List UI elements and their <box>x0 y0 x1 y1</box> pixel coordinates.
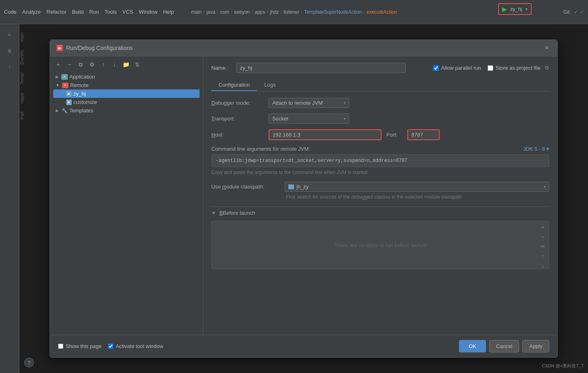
no-tasks-label: There are no tasks to run before launch <box>334 242 426 248</box>
watermark: CSDN @<黑科技T_T <box>542 363 584 369</box>
main-content: main DocWo Templ nager impl ▶ Run/Debug … <box>19 24 588 373</box>
tree-zy-hj-label: zy_hj <box>73 91 85 97</box>
menu-analyze[interactable]: Analyze <box>22 9 41 15</box>
debugger-mode-select[interactable]: Attach to remote JVM ▾ <box>269 98 349 108</box>
sort-config-button[interactable]: ⇅ <box>132 60 142 69</box>
remove-config-button[interactable]: − <box>65 60 74 69</box>
activate-tool-check[interactable] <box>108 344 113 349</box>
store-project-checkbox[interactable]: Store as project file ⚙ <box>488 65 549 71</box>
name-input[interactable] <box>236 63 406 73</box>
folder-config-button[interactable]: 📁 <box>121 60 131 69</box>
sidebar-icon-2[interactable]: ⊞ <box>3 44 16 57</box>
module-select[interactable]: jh_zy ▾ <box>285 182 549 192</box>
menu-bar: Code Analyze Refactor Build Run Tools VC… <box>4 9 174 15</box>
tree-remote[interactable]: ▼ R Remote <box>53 81 200 89</box>
host-port-row: Host: Port: <box>211 129 549 140</box>
top-bar: Code Analyze Refactor Build Run Tools VC… <box>0 0 588 24</box>
menu-help[interactable]: Help <box>163 9 174 15</box>
port-input[interactable] <box>407 129 440 140</box>
run-config-dropdown[interactable]: ▾ <box>525 7 528 11</box>
menu-refactor[interactable]: Refactor <box>46 9 66 15</box>
debugger-mode-row: Debugger mode: Attach to remote JVM ▾ <box>211 98 549 108</box>
tab-logs[interactable]: Logs <box>257 79 283 91</box>
cmdline-label: Command line arguments for remote JVM: <box>211 146 310 152</box>
help-button[interactable]: ? <box>24 358 34 367</box>
debugger-mode-value: Attach to remote JVM <box>272 100 323 106</box>
before-launch-collapse[interactable]: ▼ <box>211 210 216 216</box>
tree-arrow-application: ▶ <box>56 75 59 79</box>
store-project-check[interactable] <box>488 65 493 71</box>
apply-button[interactable]: Apply <box>522 340 549 352</box>
bl-add-btn[interactable]: + <box>538 223 547 232</box>
run-debug-dialog: ▶ Run/Debug Configurations × + − ⧉ ⚙ <box>50 39 558 358</box>
run-config-label: zy_hj <box>510 6 522 12</box>
transport-value: Socket <box>272 116 288 122</box>
menu-run[interactable]: Run <box>89 9 99 15</box>
run-config-box[interactable]: ▶ zy_hj ▾ <box>498 3 532 15</box>
bl-edit-btn[interactable]: ✏ <box>538 242 547 251</box>
bl-down-btn[interactable]: ↓ <box>538 261 547 270</box>
transport-select[interactable]: Socket ▾ <box>269 114 349 124</box>
copy-hint: Copy and paste the arguments to the comm… <box>211 170 549 175</box>
bc-com[interactable]: com <box>220 9 229 15</box>
debugger-mode-label: Debugger mode: <box>211 100 264 106</box>
store-settings-icon[interactable]: ⚙ <box>544 65 549 71</box>
module-value: jh_zy <box>296 184 309 190</box>
menu-code[interactable]: Code <box>4 9 17 15</box>
menu-vcs[interactable]: VCS <box>123 9 133 15</box>
up-config-button[interactable]: ↑ <box>98 60 108 69</box>
sidebar-icon-3[interactable]: ↕ <box>3 60 16 73</box>
bc-method[interactable]: executeAction <box>367 9 397 15</box>
menu-build[interactable]: Build <box>72 9 83 15</box>
bc-seeyon[interactable]: seeyon <box>234 9 250 15</box>
bc-main[interactable]: main <box>191 9 202 15</box>
show-page-checkbox[interactable]: Show this page <box>58 343 102 349</box>
dialog-title-icon: ▶ <box>56 45 63 51</box>
run-config-icon: ▶ <box>502 5 507 13</box>
dialog-toolbar: + − ⧉ ⚙ ↑ ↓ 📁 ⇅ <box>53 60 200 69</box>
menu-tools[interactable]: Tools <box>104 9 117 15</box>
dialog-title-text: Run/Debug Configurations <box>66 45 133 51</box>
bc-apps[interactable]: apps <box>254 9 265 15</box>
tree-customize[interactable]: ▶ customize <box>53 98 200 106</box>
sidebar-icon-1[interactable]: ≡ <box>3 28 16 41</box>
settings-config-button[interactable]: ⚙ <box>87 60 97 69</box>
jdk-link[interactable]: JDK 5 - 8 ▾ <box>523 146 549 152</box>
before-launch-body: There are no tasks to run before launch … <box>211 221 549 269</box>
bc-listener[interactable]: listener <box>284 9 299 15</box>
bc-jhdz[interactable]: jhdz <box>270 9 279 15</box>
allow-parallel-check[interactable] <box>433 65 439 71</box>
show-page-check[interactable] <box>58 344 63 349</box>
git-check2: ✓ <box>580 9 584 15</box>
tree-application[interactable]: ▶ A Application <box>53 73 200 81</box>
cancel-button[interactable]: Cancel <box>489 340 519 352</box>
bc-file[interactable]: TemplateSuperNodeAction <box>304 9 362 15</box>
add-config-button[interactable]: + <box>53 60 63 69</box>
close-button[interactable]: × <box>543 44 551 52</box>
tree-templates[interactable]: ▶ 🔧 Templates <box>53 106 200 115</box>
bl-remove-btn[interactable]: − <box>538 232 547 241</box>
tab-configuration[interactable]: Configuration <box>211 79 257 91</box>
activate-tool-label: Activate tool window <box>116 343 163 349</box>
tree-templates-label: Templates <box>69 108 93 114</box>
activate-tool-checkbox[interactable]: Activate tool window <box>108 343 163 349</box>
config-icon-customize: ▶ <box>66 99 72 105</box>
bc-java[interactable]: java <box>206 9 215 15</box>
cmdline-box: -agentlib:jdwp=transport=dt_socket,serve… <box>211 154 549 167</box>
ide-background: ≡ ⊞ ↕ main DocWo Templ nager impl ▶ Run/… <box>0 24 588 373</box>
dialog-title: ▶ Run/Debug Configurations <box>56 45 133 51</box>
dialog-title-bar: ▶ Run/Debug Configurations × <box>50 40 557 56</box>
menu-window[interactable]: Window <box>139 9 157 15</box>
ok-button[interactable]: OK <box>459 340 486 352</box>
tree-zy-hj[interactable]: ▶ zy_hj <box>53 89 200 98</box>
module-hint: First search for sources of the debugged… <box>286 194 549 200</box>
dialog-overlay: ▶ Run/Debug Configurations × + − ⧉ ⚙ <box>19 24 588 373</box>
host-input[interactable] <box>269 129 382 140</box>
port-label: Port: <box>386 132 402 138</box>
down-config-button[interactable]: ↓ <box>110 60 119 69</box>
copy-config-button[interactable]: ⧉ <box>76 60 85 69</box>
dialog-body: + − ⧉ ⚙ ↑ ↓ 📁 ⇅ ▶ A <box>50 56 557 335</box>
config-icon-zy-hj: ▶ <box>66 91 72 97</box>
allow-parallel-checkbox[interactable]: Allow parallel run <box>433 65 481 71</box>
bl-up-btn[interactable]: ↑ <box>538 252 547 261</box>
